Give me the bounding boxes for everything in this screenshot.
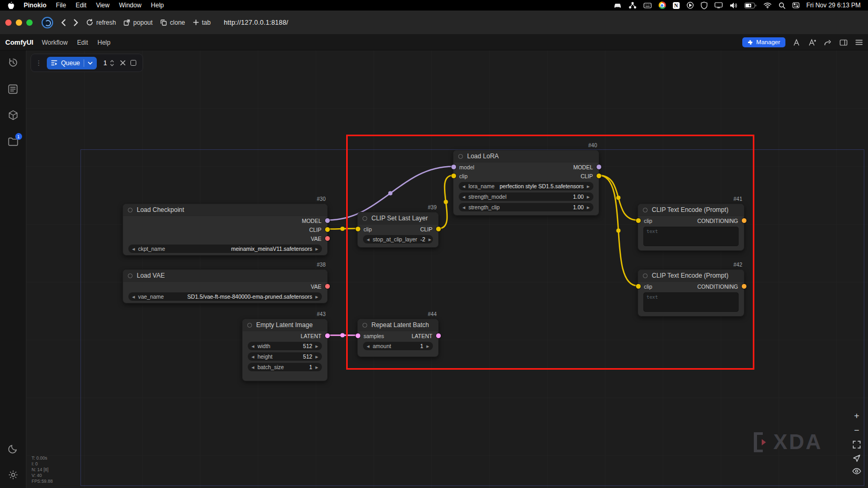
pinokio-logo-icon[interactable]: [42, 17, 53, 28]
manager-button[interactable]: Manager: [742, 37, 785, 47]
play-circle-icon[interactable]: [687, 1, 694, 9]
wifi-icon[interactable]: [763, 1, 772, 9]
combo-right-icon[interactable]: ▶: [316, 247, 318, 251]
output-slot-vae[interactable]: [325, 236, 330, 241]
settings-gear-icon[interactable]: [7, 469, 19, 481]
volume-icon[interactable]: [730, 1, 738, 9]
forward-button[interactable]: [74, 19, 78, 26]
stepper-left-icon[interactable]: ◀: [251, 365, 254, 369]
keyboard-icon[interactable]: [643, 1, 652, 9]
menu-help[interactable]: Help: [151, 2, 164, 9]
node-load-checkpoint[interactable]: #30 Load Checkpoint MODEL CLIP VAE ◀ ckp…: [123, 204, 328, 256]
widget-vae-name[interactable]: ◀ vae_name SD1.5/vae-ft-mse-840000-ema-p…: [128, 292, 322, 301]
queue-toolbar: ⋮ Queue 1: [31, 54, 143, 72]
apple-logo-icon[interactable]: [7, 1, 14, 9]
menu-edit-app[interactable]: Edit: [77, 39, 88, 46]
stepper-right-icon[interactable]: ▶: [316, 344, 318, 348]
collapse-dot[interactable]: [247, 323, 252, 328]
share-icon[interactable]: [824, 39, 832, 46]
widget-label: vae_name: [138, 293, 164, 300]
output-slot-clip[interactable]: [325, 227, 330, 232]
menu-file[interactable]: File: [56, 2, 66, 9]
search-icon[interactable]: [779, 1, 785, 9]
shield-icon[interactable]: [701, 1, 708, 9]
widget-batch-size[interactable]: ◀ batch_size 1 ▶: [248, 363, 322, 371]
stepper-left-icon[interactable]: ◀: [251, 344, 254, 348]
toggle-visibility-eye-icon[interactable]: [852, 468, 861, 474]
combo-right-icon[interactable]: ▶: [316, 295, 318, 299]
widget-width[interactable]: ◀ width 512 ▶: [248, 342, 322, 350]
output-slot-model[interactable]: [325, 218, 330, 223]
fit-view-icon[interactable]: [853, 441, 861, 449]
batch-count-value: 1: [103, 59, 108, 67]
collapse-dot[interactable]: [128, 273, 133, 278]
count-stepper[interactable]: [110, 60, 114, 66]
menu-help-app[interactable]: Help: [97, 39, 110, 46]
refresh-button[interactable]: refresh: [86, 19, 116, 26]
node-load-vae[interactable]: #38 Load VAE VAE ◀ vae_name SD1.5/vae-ft…: [123, 269, 328, 303]
battery-icon[interactable]: [744, 1, 756, 9]
output-label: VAE: [311, 236, 321, 242]
minimize-window-button[interactable]: [16, 19, 22, 26]
control-center-icon[interactable]: [792, 1, 800, 9]
chevron-down-icon: [110, 64, 114, 66]
zoom-window-button[interactable]: [26, 19, 33, 26]
menubar-app-name[interactable]: Pinokio: [24, 2, 46, 9]
close-window-button[interactable]: [5, 19, 12, 26]
zoom-in-icon[interactable]: +: [854, 411, 860, 420]
header-tool-icon-1[interactable]: [793, 39, 801, 46]
menu-window[interactable]: Window: [119, 2, 142, 9]
menubar-clock[interactable]: Fri Nov 29 6:13 PM: [806, 2, 861, 9]
comfyui-logo[interactable]: ComfyUI: [5, 38, 33, 46]
stepper-right-icon[interactable]: ▶: [316, 365, 318, 369]
output-slot-latent[interactable]: [325, 333, 330, 338]
new-tab-button[interactable]: tab: [193, 19, 211, 26]
zoom-out-icon[interactable]: −: [854, 426, 860, 435]
queue-history-icon[interactable]: [7, 57, 19, 68]
model-library-icon[interactable]: [7, 109, 19, 121]
menu-workflow[interactable]: Workflow: [42, 39, 67, 46]
select-cursor-icon[interactable]: [853, 454, 861, 462]
node-title: Load Checkpoint: [137, 206, 184, 214]
display-icon[interactable]: [714, 1, 723, 9]
queue-divider: [84, 59, 84, 67]
node-library-icon[interactable]: [7, 83, 19, 95]
car-icon[interactable]: [613, 1, 622, 9]
sidebar-toggle-icon[interactable]: [840, 39, 847, 46]
widget-label: width: [257, 343, 270, 349]
collapse-dot[interactable]: [128, 208, 133, 212]
node-title-bar[interactable]: Load VAE: [123, 270, 327, 282]
menubar-status-strip: N Fri Nov 29 6:13 PM: [613, 1, 861, 9]
batch-count-input[interactable]: 1: [102, 59, 115, 67]
theme-moon-icon[interactable]: [7, 443, 19, 454]
node-title-bar[interactable]: Empty Latent Image: [243, 319, 327, 331]
clone-button[interactable]: clone: [160, 19, 185, 26]
hamburger-menu-icon[interactable]: [855, 39, 863, 45]
output-slot-vae[interactable]: [325, 284, 330, 289]
drag-handle-icon[interactable]: ⋮: [35, 59, 42, 66]
popout-button[interactable]: popout: [124, 19, 153, 26]
stepper-left-icon[interactable]: ◀: [251, 355, 254, 359]
back-button[interactable]: [61, 19, 66, 26]
workflows-folder-icon[interactable]: 1: [7, 136, 19, 147]
address-url[interactable]: http://127.0.0.1:8188/: [224, 19, 288, 26]
combo-left-icon[interactable]: ◀: [132, 295, 135, 299]
header-tool-icon-2[interactable]: [809, 39, 816, 46]
widget-ckpt-name[interactable]: ◀ ckpt_name meinamix_meinaV11.safetensor…: [128, 245, 322, 253]
menu-edit[interactable]: Edit: [76, 2, 87, 9]
widget-label: height: [257, 353, 272, 360]
menu-view[interactable]: View: [96, 2, 109, 9]
combo-left-icon[interactable]: ◀: [132, 247, 135, 251]
widget-height[interactable]: ◀ height 512 ▶: [248, 352, 322, 361]
queue-button[interactable]: Queue: [47, 57, 97, 69]
output-label: CLIP: [309, 227, 321, 233]
network-hub-icon[interactable]: [629, 1, 637, 9]
screen: { "menubar": { "app_name": "Pinokio", "m…: [0, 0, 868, 488]
stepper-right-icon[interactable]: ▶: [316, 355, 318, 359]
node-title-bar[interactable]: Load Checkpoint: [123, 204, 327, 216]
node-empty-latent-image[interactable]: #43 Empty Latent Image LATENT ◀ width 51…: [242, 319, 328, 381]
interrupt-button[interactable]: [130, 60, 136, 66]
notion-icon[interactable]: N: [673, 1, 680, 9]
chrome-icon[interactable]: [659, 1, 666, 9]
clear-queue-button[interactable]: [120, 60, 126, 66]
